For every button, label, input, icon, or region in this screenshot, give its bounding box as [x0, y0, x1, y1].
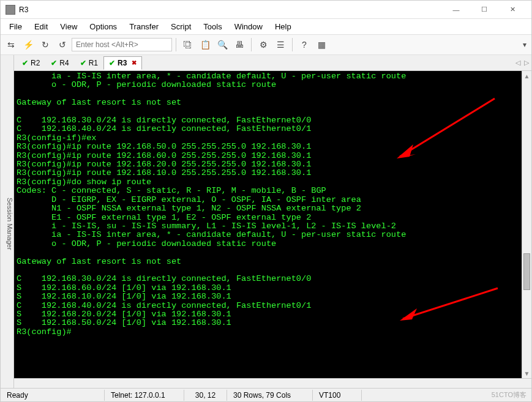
tab-r3[interactable]: ✔R3✖	[103, 56, 142, 70]
disconnect-icon[interactable]: ↺	[54, 37, 70, 53]
tab-next-icon[interactable]: ▷	[524, 59, 529, 67]
menu-help[interactable]: Help	[269, 20, 298, 34]
check-icon: ✔	[51, 59, 57, 67]
menu-view[interactable]: View	[54, 20, 83, 34]
vertical-scrollbar[interactable]: ▲ ▼	[522, 71, 531, 378]
session-manager-sidebar[interactable]: Session Manager	[1, 55, 14, 388]
tab-r1[interactable]: ✔R1	[75, 56, 103, 70]
menu-tools[interactable]: Tools	[197, 20, 228, 34]
quick-connect-icon[interactable]: ⚡	[20, 37, 36, 53]
menu-edit[interactable]: Edit	[28, 20, 54, 34]
horizontal-scrollbar[interactable]	[14, 378, 531, 388]
window-controls: — ☐ ✕	[442, 1, 526, 18]
check-icon: ✔	[22, 59, 28, 67]
app-icon	[6, 5, 15, 15]
close-button[interactable]: ✕	[498, 1, 526, 18]
copy-icon[interactable]: ⿻	[180, 37, 196, 53]
scroll-down-icon[interactable]: ▼	[522, 368, 531, 378]
check-icon: ✔	[80, 59, 86, 67]
tab-label: R2	[31, 59, 40, 67]
options-icon[interactable]: ⚙	[255, 37, 271, 53]
find-icon[interactable]: 🔍	[214, 37, 230, 53]
menubar: File Edit View Options Transfer Script T…	[1, 19, 531, 34]
tab-label: R4	[59, 59, 69, 67]
scroll-thumb[interactable]	[523, 253, 530, 290]
content-column: ✔R2✔R4✔R1✔R3✖ ◁ ▷ ia - IS-IS inter area,…	[14, 55, 531, 388]
tab-prev-icon[interactable]: ◁	[515, 59, 520, 67]
separator	[251, 38, 252, 51]
menu-file[interactable]: File	[3, 20, 28, 34]
status-connection: Telnet: 127.0.0.1	[105, 390, 184, 401]
status-ready: Ready	[1, 390, 105, 401]
about-icon[interactable]: ▦	[313, 37, 329, 53]
terminal-area: ia - IS-IS inter area, * - candidate def…	[14, 71, 531, 378]
app-window: R3 — ☐ ✕ File Edit View Options Transfer…	[0, 0, 532, 402]
tab-label: R1	[89, 59, 98, 67]
status-size: 30 Rows, 79 Cols	[227, 390, 313, 401]
tab-r4[interactable]: ✔R4	[45, 56, 74, 70]
status-cursor: 30, 12	[184, 390, 227, 401]
session-options-icon[interactable]: ☰	[272, 37, 288, 53]
toolbar-overflow-icon[interactable]: ▾	[520, 40, 529, 49]
print-icon[interactable]: 🖶	[231, 37, 247, 53]
main-area: Session Manager ✔R2✔R4✔R1✔R3✖ ◁ ▷ ia - I…	[1, 55, 531, 388]
watermark-text: 51CTO博客	[492, 390, 531, 400]
menu-window[interactable]: Window	[228, 20, 269, 34]
host-input[interactable]	[72, 38, 172, 51]
paste-icon[interactable]: 📋	[197, 37, 213, 53]
minimize-button[interactable]: —	[442, 1, 470, 18]
help-icon[interactable]: ?	[296, 37, 312, 53]
terminal-output[interactable]: ia - IS-IS inter area, * - candidate def…	[14, 71, 522, 378]
titlebar: R3 — ☐ ✕	[1, 1, 531, 19]
tab-close-icon[interactable]: ✖	[132, 59, 137, 66]
status-emulation: VT100	[313, 390, 362, 401]
tab-bar: ✔R2✔R4✔R1✔R3✖ ◁ ▷	[14, 55, 531, 71]
scroll-up-icon[interactable]: ▲	[522, 71, 531, 81]
tab-r2[interactable]: ✔R2	[17, 56, 45, 70]
separator	[292, 38, 293, 51]
tab-label: R3	[118, 59, 127, 67]
toolbar: ⇆ ⚡ ↻ ↺ ⿻ 📋 🔍 🖶 ⚙ ☰ ? ▦ ▾	[1, 34, 531, 55]
separator	[176, 38, 176, 51]
menu-transfer[interactable]: Transfer	[123, 20, 165, 34]
connect-icon[interactable]: ⇆	[3, 37, 19, 53]
menu-script[interactable]: Script	[165, 20, 197, 34]
window-title: R3	[19, 6, 442, 14]
check-icon: ✔	[109, 59, 115, 67]
menu-options[interactable]: Options	[83, 20, 123, 34]
statusbar: Ready Telnet: 127.0.0.1 30, 12 30 Rows, …	[1, 388, 531, 401]
reconnect-icon[interactable]: ↻	[37, 37, 53, 53]
maximize-button[interactable]: ☐	[470, 1, 498, 18]
tab-nav: ◁ ▷	[515, 59, 529, 67]
